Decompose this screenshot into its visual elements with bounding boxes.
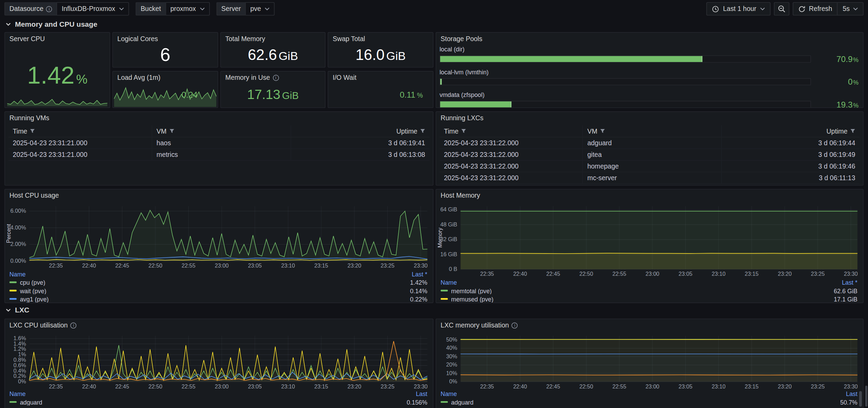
legend-sort-name[interactable]: Name <box>441 279 457 286</box>
legend-item[interactable]: gitea0.107% <box>9 406 427 408</box>
legend-sort-last[interactable]: Last * <box>842 279 858 286</box>
svg-text:22:35: 22:35 <box>480 271 494 277</box>
column-header-uptime[interactable]: Uptime <box>721 125 860 137</box>
panel-title: Running LXCs <box>436 112 863 124</box>
column-header-uptime[interactable]: Uptime <box>291 125 430 137</box>
svg-text:22:40: 22:40 <box>82 383 96 390</box>
storage-pool-value: 0% <box>817 77 859 86</box>
svg-text:23:20: 23:20 <box>778 383 791 390</box>
legend-item[interactable]: memused (pve)17.1 GiB <box>441 295 857 303</box>
stat-value: 6 <box>160 44 170 65</box>
legend-sort-name[interactable]: Name <box>9 271 25 277</box>
legend-sort-last[interactable]: Last * <box>412 271 427 277</box>
svg-text:23:10: 23:10 <box>281 262 295 269</box>
legend-sort-last[interactable]: Last <box>846 391 858 397</box>
variable-server: Server pve <box>216 2 275 15</box>
legend-item[interactable]: wait (pve)0.14% <box>9 286 427 295</box>
storage-pool-name: local (dir) <box>439 46 858 52</box>
storage-pool: vmdata (zfspool) 19.3% <box>439 91 858 108</box>
svg-text:32 GiB: 32 GiB <box>440 236 457 242</box>
row-toggle-lxc[interactable]: LXC <box>5 306 29 314</box>
table-cell: 3 d 06:13:08 <box>291 149 430 160</box>
column-header-time[interactable]: Time <box>8 125 151 137</box>
legend-item[interactable]: avg1 (pve)0.22% <box>9 295 427 303</box>
series-name: adguard <box>451 399 473 405</box>
column-header-time[interactable]: Time <box>439 125 582 137</box>
legend-scrollbar[interactable] <box>859 391 862 407</box>
filter-icon <box>420 128 425 134</box>
svg-text:6.00%: 6.00% <box>10 208 26 214</box>
legend-sort-name[interactable]: Name <box>441 391 457 397</box>
panel-title: Running VMs <box>5 112 433 124</box>
running-lxcs-table: TimeVMUptime2025-04-23 23:31:22.000adgua… <box>439 125 860 184</box>
column-header-vm[interactable]: VM <box>152 125 291 137</box>
variable-datasource-label: Datasource i <box>4 2 57 15</box>
stat-value: 17.13 <box>247 87 280 102</box>
column-header-vm[interactable]: VM <box>582 125 721 137</box>
svg-text:23:10: 23:10 <box>712 383 725 390</box>
table-row: 2025-04-23 23:31:21.000haos3 d 06:19:41 <box>8 137 430 149</box>
svg-text:23:20: 23:20 <box>347 262 361 269</box>
zoom-out-button[interactable] <box>774 2 789 15</box>
refresh-icon <box>799 5 806 12</box>
svg-text:0.4%: 0.4% <box>13 368 26 374</box>
panel-storage-pools: Storage Pools local (dir) 70.9% local-lv… <box>436 32 864 108</box>
legend-header: NameLast * <box>441 279 857 287</box>
filter-icon <box>850 128 855 134</box>
legend-header: NameLast <box>9 390 427 398</box>
table-cell: mc-server <box>582 172 721 183</box>
lxc-memory-legend: NameLastadguard50.7%gitea50.6%homepage33… <box>441 390 857 408</box>
table-cell: homepage <box>582 161 721 172</box>
legend-item[interactable]: adguard0.156% <box>9 398 427 406</box>
panel-memory-in-use: Memory in Usei 17.13GiB <box>220 71 326 108</box>
svg-text:64 GiB: 64 GiB <box>440 206 457 212</box>
page-scrollbar[interactable] <box>865 386 867 407</box>
refresh-interval-dropdown[interactable]: 5s <box>837 3 863 15</box>
variable-datasource-dropdown[interactable]: InfluxDB-Proxmox <box>57 2 129 15</box>
svg-text:22:50: 22:50 <box>579 383 593 390</box>
series-color-swatch <box>9 282 16 283</box>
svg-text:23:15: 23:15 <box>745 383 758 390</box>
svg-text:23:20: 23:20 <box>778 271 791 277</box>
lxc-cpu-chart[interactable]: 0%0.2%0.4%0.6%0.8%1%1.2%1.4%1.6%22:3522:… <box>5 331 433 390</box>
variable-server-label: Server <box>216 2 245 15</box>
svg-text:22:40: 22:40 <box>82 262 96 269</box>
legend-item[interactable]: adguard50.7% <box>441 398 857 406</box>
legend-item[interactable]: cpu (pve)1.42% <box>9 278 427 286</box>
svg-text:22:35: 22:35 <box>480 383 494 390</box>
variable-server-dropdown[interactable]: pve <box>245 2 275 15</box>
svg-text:0.2%: 0.2% <box>13 373 26 379</box>
svg-text:0.8%: 0.8% <box>13 357 26 363</box>
info-icon: i <box>512 322 518 328</box>
refresh-button[interactable]: Refresh <box>793 3 837 15</box>
table-cell: 2025-04-23 23:31:21.000 <box>8 137 151 148</box>
svg-text:23:10: 23:10 <box>281 383 295 390</box>
host-memory-chart[interactable]: 0 B16 GiB32 GiB48 GiB64 GiB22:3522:4022:… <box>436 202 863 278</box>
variable-bucket-dropdown[interactable]: proxmox <box>165 2 209 15</box>
svg-text:23:15: 23:15 <box>745 271 758 277</box>
svg-text:23:25: 23:25 <box>381 262 394 269</box>
stat-unit: % <box>76 72 88 87</box>
legend-sort-last[interactable]: Last <box>416 391 427 397</box>
panel-total-memory: Total Memory 62.6GiB <box>220 32 326 68</box>
stat-value: 62.6 <box>248 46 277 63</box>
svg-text:23:05: 23:05 <box>678 271 692 277</box>
svg-text:0 B: 0 B <box>449 266 457 272</box>
panel-title: Host Memory <box>436 189 863 202</box>
lxc-memory-chart[interactable]: 0%10%20%30%40%50%22:3522:4022:4522:5022:… <box>436 331 863 390</box>
panel-title: Host CPU usage <box>5 189 433 202</box>
svg-text:23:05: 23:05 <box>678 383 692 390</box>
series-last-value: 62.6 GiB <box>834 287 857 294</box>
row-toggle-memory-cpu[interactable]: Memory and CPU usage <box>5 20 97 28</box>
series-color-swatch <box>9 290 16 292</box>
legend-item[interactable]: gitea50.6% <box>441 406 857 408</box>
series-last-value: 50.7% <box>840 399 857 405</box>
host-cpu-chart[interactable]: 0.00%2.00%4.00%6.00%22:3522:4022:4522:50… <box>5 202 433 269</box>
svg-text:0%: 0% <box>18 378 26 384</box>
panel-title: LXC CPU utilisationi <box>5 319 433 332</box>
storage-pool-gauge <box>439 78 811 85</box>
legend-item[interactable]: memtotal (pve)62.6 GiB <box>441 286 857 295</box>
time-range-picker[interactable]: Last 1 hour <box>706 2 771 15</box>
legend-sort-name[interactable]: Name <box>9 391 25 397</box>
storage-pool-gauge <box>439 101 811 108</box>
